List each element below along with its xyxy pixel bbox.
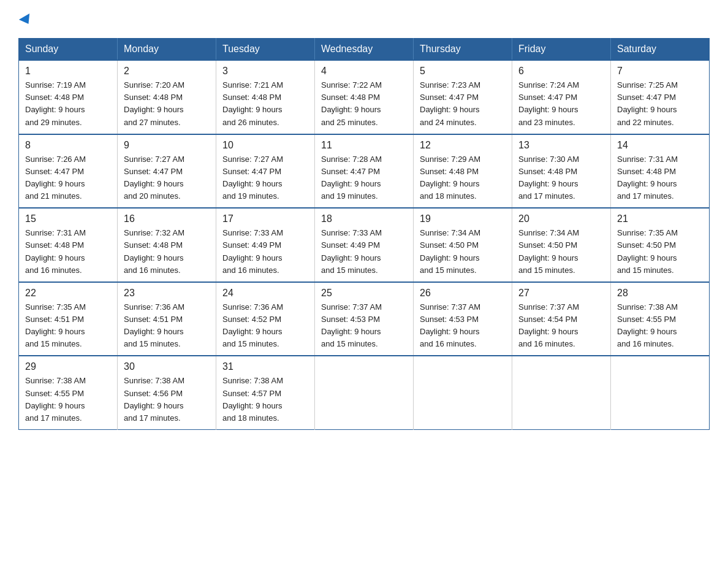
day-info: Sunrise: 7:35 AMSunset: 4:51 PMDaylight:… — [25, 302, 86, 348]
day-number: 27 — [518, 288, 604, 299]
calendar-cell: 6 Sunrise: 7:24 AMSunset: 4:47 PMDayligh… — [512, 60, 611, 134]
header-day-tuesday: Tuesday — [216, 39, 315, 61]
day-info: Sunrise: 7:37 AMSunset: 4:54 PMDaylight:… — [518, 302, 579, 348]
day-info: Sunrise: 7:27 AMSunset: 4:47 PMDaylight:… — [222, 155, 283, 201]
day-info: Sunrise: 7:25 AMSunset: 4:47 PMDaylight:… — [617, 80, 678, 126]
header-day-friday: Friday — [512, 39, 611, 61]
day-info: Sunrise: 7:36 AMSunset: 4:51 PMDaylight:… — [124, 302, 184, 348]
header-day-monday: Monday — [118, 39, 216, 61]
day-info: Sunrise: 7:27 AMSunset: 4:47 PMDaylight:… — [124, 155, 184, 201]
week-row-5: 29 Sunrise: 7:38 AMSunset: 4:55 PMDaylig… — [19, 356, 710, 429]
day-number: 30 — [124, 361, 210, 372]
calendar-cell: 17 Sunrise: 7:33 AMSunset: 4:49 PMDaylig… — [216, 208, 315, 282]
day-number: 15 — [25, 213, 111, 224]
calendar-cell: 16 Sunrise: 7:32 AMSunset: 4:48 PMDaylig… — [118, 208, 216, 282]
calendar-cell: 5 Sunrise: 7:23 AMSunset: 4:47 PMDayligh… — [414, 60, 512, 134]
logo — [18, 12, 32, 27]
day-info: Sunrise: 7:33 AMSunset: 4:49 PMDaylight:… — [321, 228, 382, 274]
day-number: 16 — [124, 213, 210, 224]
calendar-cell: 11 Sunrise: 7:28 AMSunset: 4:47 PMDaylig… — [315, 134, 414, 209]
day-info: Sunrise: 7:34 AMSunset: 4:50 PMDaylight:… — [420, 228, 480, 274]
calendar-cell: 12 Sunrise: 7:29 AMSunset: 4:48 PMDaylig… — [414, 134, 512, 209]
calendar-cell: 25 Sunrise: 7:37 AMSunset: 4:53 PMDaylig… — [315, 282, 414, 356]
calendar-table: SundayMondayTuesdayWednesdayThursdayFrid… — [18, 38, 710, 430]
calendar-cell — [414, 356, 512, 429]
logo-line1 — [18, 12, 32, 27]
calendar-cell — [315, 356, 414, 429]
calendar-cell: 20 Sunrise: 7:34 AMSunset: 4:50 PMDaylig… — [512, 208, 611, 282]
day-info: Sunrise: 7:20 AMSunset: 4:48 PMDaylight:… — [124, 80, 184, 126]
calendar-cell: 7 Sunrise: 7:25 AMSunset: 4:47 PMDayligh… — [611, 60, 710, 134]
day-number: 10 — [222, 140, 308, 151]
calendar-cell: 3 Sunrise: 7:21 AMSunset: 4:48 PMDayligh… — [216, 60, 315, 134]
header-row: SundayMondayTuesdayWednesdayThursdayFrid… — [19, 39, 710, 61]
day-info: Sunrise: 7:22 AMSunset: 4:48 PMDaylight:… — [321, 80, 382, 126]
day-number: 29 — [25, 361, 111, 372]
day-number: 31 — [222, 361, 308, 372]
day-number: 3 — [222, 66, 308, 77]
calendar-cell: 22 Sunrise: 7:35 AMSunset: 4:51 PMDaylig… — [19, 282, 118, 356]
day-number: 14 — [617, 140, 703, 151]
calendar-cell — [611, 356, 710, 429]
day-info: Sunrise: 7:29 AMSunset: 4:48 PMDaylight:… — [420, 155, 480, 201]
day-number: 17 — [222, 213, 308, 224]
day-info: Sunrise: 7:23 AMSunset: 4:47 PMDaylight:… — [420, 80, 480, 126]
calendar-body: 1 Sunrise: 7:19 AMSunset: 4:48 PMDayligh… — [19, 60, 710, 429]
calendar-cell: 8 Sunrise: 7:26 AMSunset: 4:47 PMDayligh… — [19, 134, 118, 209]
day-info: Sunrise: 7:38 AMSunset: 4:55 PMDaylight:… — [25, 376, 86, 422]
logo-triangle-icon — [19, 13, 34, 27]
header-day-sunday: Sunday — [19, 39, 118, 61]
day-info: Sunrise: 7:34 AMSunset: 4:50 PMDaylight:… — [518, 228, 579, 274]
day-info: Sunrise: 7:38 AMSunset: 4:57 PMDaylight:… — [222, 376, 283, 422]
day-info: Sunrise: 7:38 AMSunset: 4:56 PMDaylight:… — [124, 376, 184, 422]
day-number: 25 — [321, 288, 407, 299]
day-number: 6 — [518, 66, 604, 77]
day-number: 12 — [420, 140, 506, 151]
day-info: Sunrise: 7:21 AMSunset: 4:48 PMDaylight:… — [222, 80, 283, 126]
calendar-cell: 9 Sunrise: 7:27 AMSunset: 4:47 PMDayligh… — [118, 134, 216, 209]
day-info: Sunrise: 7:19 AMSunset: 4:48 PMDaylight:… — [25, 80, 86, 126]
calendar-cell — [512, 356, 611, 429]
day-number: 21 — [617, 213, 703, 224]
day-info: Sunrise: 7:36 AMSunset: 4:52 PMDaylight:… — [222, 302, 283, 348]
calendar-cell: 21 Sunrise: 7:35 AMSunset: 4:50 PMDaylig… — [611, 208, 710, 282]
calendar-header: SundayMondayTuesdayWednesdayThursdayFrid… — [19, 39, 710, 61]
calendar-cell: 27 Sunrise: 7:37 AMSunset: 4:54 PMDaylig… — [512, 282, 611, 356]
header-day-thursday: Thursday — [414, 39, 512, 61]
calendar-cell: 23 Sunrise: 7:36 AMSunset: 4:51 PMDaylig… — [118, 282, 216, 356]
calendar-cell: 18 Sunrise: 7:33 AMSunset: 4:49 PMDaylig… — [315, 208, 414, 282]
day-number: 7 — [617, 66, 703, 77]
day-info: Sunrise: 7:28 AMSunset: 4:47 PMDaylight:… — [321, 155, 382, 201]
header-day-wednesday: Wednesday — [315, 39, 414, 61]
day-number: 23 — [124, 288, 210, 299]
calendar-cell: 24 Sunrise: 7:36 AMSunset: 4:52 PMDaylig… — [216, 282, 315, 356]
calendar-cell: 2 Sunrise: 7:20 AMSunset: 4:48 PMDayligh… — [118, 60, 216, 134]
week-row-4: 22 Sunrise: 7:35 AMSunset: 4:51 PMDaylig… — [19, 282, 710, 356]
calendar-cell: 13 Sunrise: 7:30 AMSunset: 4:48 PMDaylig… — [512, 134, 611, 209]
calendar-cell: 15 Sunrise: 7:31 AMSunset: 4:48 PMDaylig… — [19, 208, 118, 282]
day-number: 8 — [25, 140, 111, 151]
calendar-cell: 4 Sunrise: 7:22 AMSunset: 4:48 PMDayligh… — [315, 60, 414, 134]
calendar-cell: 10 Sunrise: 7:27 AMSunset: 4:47 PMDaylig… — [216, 134, 315, 209]
day-number: 2 — [124, 66, 210, 77]
day-info: Sunrise: 7:24 AMSunset: 4:47 PMDaylight:… — [518, 80, 579, 126]
calendar-cell: 31 Sunrise: 7:38 AMSunset: 4:57 PMDaylig… — [216, 356, 315, 429]
day-number: 18 — [321, 213, 407, 224]
day-number: 28 — [617, 288, 703, 299]
calendar-cell: 28 Sunrise: 7:38 AMSunset: 4:55 PMDaylig… — [611, 282, 710, 356]
calendar-cell: 30 Sunrise: 7:38 AMSunset: 4:56 PMDaylig… — [118, 356, 216, 429]
week-row-2: 8 Sunrise: 7:26 AMSunset: 4:47 PMDayligh… — [19, 134, 710, 209]
calendar-cell: 19 Sunrise: 7:34 AMSunset: 4:50 PMDaylig… — [414, 208, 512, 282]
week-row-3: 15 Sunrise: 7:31 AMSunset: 4:48 PMDaylig… — [19, 208, 710, 282]
header-day-saturday: Saturday — [611, 39, 710, 61]
day-number: 11 — [321, 140, 407, 151]
page-header — [18, 12, 710, 27]
day-number: 26 — [420, 288, 506, 299]
day-info: Sunrise: 7:32 AMSunset: 4:48 PMDaylight:… — [124, 228, 184, 274]
day-info: Sunrise: 7:31 AMSunset: 4:48 PMDaylight:… — [617, 155, 678, 201]
day-info: Sunrise: 7:30 AMSunset: 4:48 PMDaylight:… — [518, 155, 579, 201]
day-info: Sunrise: 7:33 AMSunset: 4:49 PMDaylight:… — [222, 228, 283, 274]
day-info: Sunrise: 7:37 AMSunset: 4:53 PMDaylight:… — [420, 302, 480, 348]
day-number: 19 — [420, 213, 506, 224]
day-number: 4 — [321, 66, 407, 77]
